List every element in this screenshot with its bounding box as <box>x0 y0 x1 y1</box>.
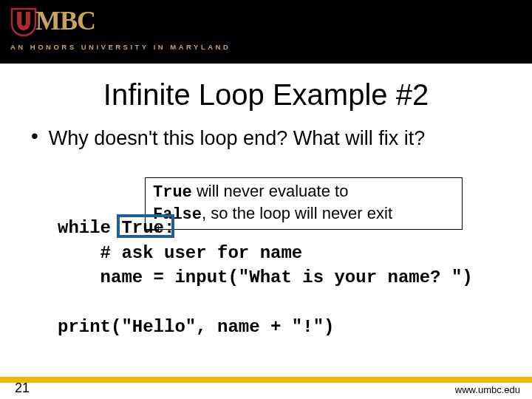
callout-text-1: will never evaluate to <box>192 182 349 200</box>
slide-title: Infinite Loop Example #2 <box>0 78 532 112</box>
header-bar: MBC AN HONORS UNIVERSITY IN MARYLAND <box>0 0 532 64</box>
code-block-2: print("Hello", name + "!") <box>58 315 334 340</box>
umbc-logo: MBC <box>10 7 522 37</box>
honors-tagline: AN HONORS UNIVERSITY IN MARYLAND <box>10 43 522 51</box>
footer-url: www.umbc.edu <box>455 384 520 395</box>
callout-code-word-1: True <box>153 183 192 202</box>
page-number: 21 <box>15 381 30 396</box>
bullet-text: Why doesn't this loop end? What will fix… <box>49 127 425 150</box>
shield-u-icon <box>10 7 37 37</box>
bullet-row: • Why doesn't this loop end? What will f… <box>31 127 425 150</box>
logo-text: MBC <box>35 7 95 34</box>
slide: MBC AN HONORS UNIVERSITY IN MARYLAND Inf… <box>0 0 532 399</box>
bullet-dot-icon: • <box>31 126 38 146</box>
code-block-1: while True: # ask user for name name = i… <box>58 216 473 290</box>
footer-accent-bar <box>0 377 532 383</box>
